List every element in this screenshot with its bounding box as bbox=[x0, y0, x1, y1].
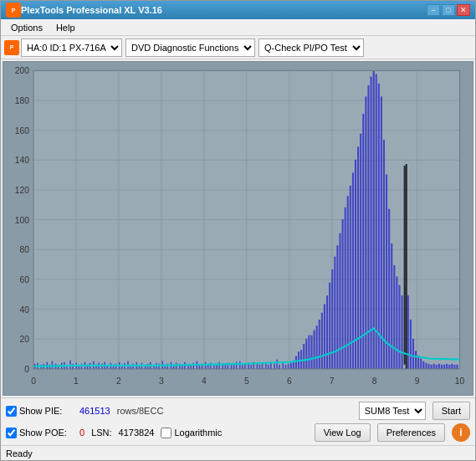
test-type-select[interactable]: SUM8 Test bbox=[359, 402, 426, 420]
svg-rect-117 bbox=[242, 365, 243, 369]
svg-rect-187 bbox=[425, 363, 427, 369]
test-select[interactable]: Q-Check PI/PO Test bbox=[258, 38, 364, 57]
minimize-button[interactable]: − bbox=[427, 4, 440, 16]
svg-rect-197 bbox=[451, 364, 453, 369]
status-text: Ready bbox=[6, 448, 33, 458]
lsn-label: LSN: bbox=[91, 428, 111, 438]
svg-rect-149 bbox=[329, 283, 330, 369]
svg-rect-139 bbox=[303, 344, 305, 369]
svg-text:3: 3 bbox=[159, 376, 164, 386]
svg-rect-163 bbox=[365, 96, 366, 369]
svg-rect-189 bbox=[431, 365, 432, 369]
svg-text:6: 6 bbox=[287, 376, 292, 386]
svg-text:5: 5 bbox=[244, 376, 249, 386]
svg-rect-161 bbox=[360, 134, 361, 369]
svg-text:80: 80 bbox=[19, 245, 29, 254]
drive-selector: P HA:0 ID:1 PX-716A bbox=[4, 38, 122, 57]
svg-rect-178 bbox=[404, 166, 406, 365]
show-poe-checkbox[interactable] bbox=[6, 428, 17, 438]
svg-text:180: 180 bbox=[15, 96, 29, 105]
svg-text:120: 120 bbox=[15, 186, 29, 195]
view-log-button[interactable]: View Log bbox=[315, 423, 371, 442]
svg-text:0: 0 bbox=[24, 365, 29, 374]
svg-rect-148 bbox=[326, 295, 328, 369]
svg-text:200: 200 bbox=[15, 66, 29, 75]
menu-options[interactable]: Options bbox=[4, 21, 49, 34]
svg-rect-184 bbox=[417, 356, 419, 369]
app-icon: P bbox=[6, 3, 21, 18]
controls-row1: Show PIE: 461513 rows/8ECC SUM8 Test Sta… bbox=[6, 402, 470, 420]
svg-text:10: 10 bbox=[455, 376, 465, 386]
maximize-button[interactable]: □ bbox=[442, 4, 455, 16]
svg-rect-68 bbox=[101, 364, 103, 369]
svg-rect-198 bbox=[453, 365, 455, 369]
svg-rect-166 bbox=[373, 70, 375, 369]
svg-text:40: 40 bbox=[19, 305, 29, 315]
preferences-button[interactable]: Preferences bbox=[377, 423, 445, 442]
svg-rect-131 bbox=[283, 363, 284, 369]
poe-value: 0 bbox=[79, 428, 84, 438]
svg-rect-185 bbox=[420, 359, 422, 369]
svg-text:140: 140 bbox=[15, 156, 29, 165]
main-window: P PlexTools Professional XL V3.16 − □ ✕ … bbox=[0, 0, 476, 461]
svg-rect-177 bbox=[402, 295, 403, 369]
function-select[interactable]: DVD Diagnostic Functions bbox=[125, 38, 255, 57]
svg-rect-113 bbox=[231, 365, 233, 369]
pie-value: 461513 bbox=[79, 406, 110, 416]
svg-text:1: 1 bbox=[74, 376, 79, 386]
svg-rect-116 bbox=[239, 361, 241, 369]
svg-rect-130 bbox=[279, 365, 280, 369]
svg-rect-188 bbox=[427, 364, 429, 369]
show-pie-checkbox[interactable] bbox=[6, 406, 17, 417]
svg-text:20: 20 bbox=[19, 335, 29, 344]
svg-rect-196 bbox=[448, 365, 450, 369]
svg-rect-168 bbox=[378, 84, 380, 369]
svg-rect-159 bbox=[355, 160, 356, 369]
title-controls: − □ ✕ bbox=[427, 4, 470, 16]
show-poe-label: Show POE: bbox=[6, 428, 73, 438]
menu-help[interactable]: Help bbox=[49, 21, 82, 34]
svg-rect-171 bbox=[386, 174, 387, 369]
svg-rect-132 bbox=[285, 365, 287, 369]
drive-icon: P bbox=[4, 40, 19, 55]
svg-rect-183 bbox=[415, 351, 417, 369]
svg-rect-129 bbox=[276, 360, 278, 369]
show-poe-text: Show POE: bbox=[19, 428, 67, 438]
svg-rect-128 bbox=[274, 364, 275, 369]
svg-rect-194 bbox=[443, 365, 445, 369]
status-bar: Ready bbox=[1, 445, 475, 460]
chart-area: 200 180 160 140 120 100 80 60 40 20 0 0 … bbox=[3, 61, 473, 396]
svg-text:8: 8 bbox=[372, 376, 377, 386]
menu-bar: Options Help bbox=[1, 19, 475, 36]
svg-text:60: 60 bbox=[19, 275, 29, 284]
svg-rect-156 bbox=[347, 196, 349, 369]
svg-rect-158 bbox=[352, 172, 354, 369]
svg-rect-176 bbox=[398, 285, 400, 369]
svg-rect-190 bbox=[433, 364, 435, 369]
svg-rect-144 bbox=[316, 325, 318, 369]
close-button[interactable]: ✕ bbox=[457, 4, 470, 16]
drive-select[interactable]: HA:0 ID:1 PX-716A bbox=[21, 38, 122, 57]
svg-rect-109 bbox=[218, 362, 220, 369]
logarithmic-checkbox[interactable] bbox=[161, 428, 171, 438]
svg-rect-136 bbox=[295, 356, 297, 369]
svg-rect-142 bbox=[310, 336, 312, 369]
svg-rect-167 bbox=[376, 74, 377, 369]
svg-rect-169 bbox=[381, 96, 382, 369]
svg-rect-73 bbox=[115, 364, 117, 369]
svg-rect-122 bbox=[257, 364, 258, 369]
svg-rect-186 bbox=[422, 361, 424, 369]
svg-text:4: 4 bbox=[202, 376, 207, 386]
rows-label: rows/8ECC bbox=[117, 406, 164, 416]
svg-rect-61 bbox=[81, 364, 83, 369]
controls-row2: Show POE: 0 LSN: 4173824 Logarithmic Vie… bbox=[6, 423, 470, 442]
logarithmic-text: Logarithmic bbox=[174, 428, 222, 438]
start-button[interactable]: Start bbox=[432, 402, 470, 420]
svg-rect-120 bbox=[250, 365, 252, 369]
svg-rect-125 bbox=[265, 364, 267, 369]
info-button[interactable]: i bbox=[452, 423, 470, 442]
chart-svg: 200 180 160 140 120 100 80 60 40 20 0 0 … bbox=[3, 62, 473, 395]
svg-rect-165 bbox=[371, 77, 372, 369]
svg-text:160: 160 bbox=[15, 126, 29, 136]
svg-rect-175 bbox=[396, 276, 397, 369]
